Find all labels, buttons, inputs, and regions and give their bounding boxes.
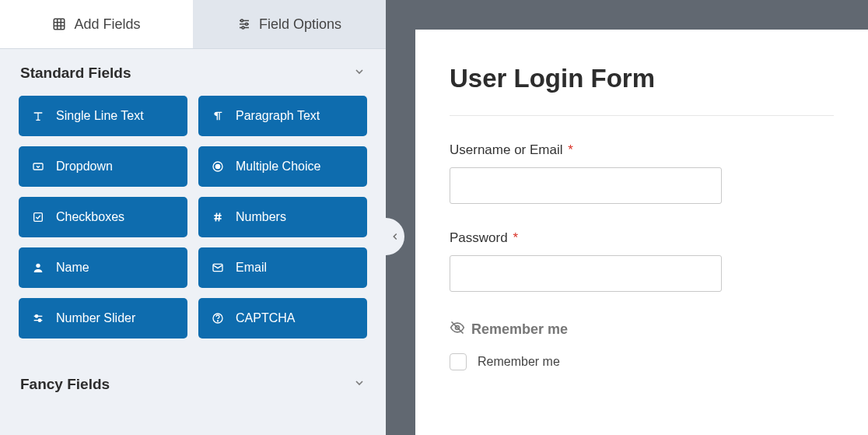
form-title: User Login Form <box>450 64 834 116</box>
field-label: Paragraph Text <box>236 109 320 123</box>
question-icon <box>211 311 225 325</box>
field-label: CAPTCHA <box>236 311 295 325</box>
tab-label: Field Options <box>259 16 341 33</box>
section-title: Standard Fields <box>20 65 131 82</box>
paragraph-icon <box>211 109 225 123</box>
panel-body[interactable]: Standard Fields Single Line Text Paragra… <box>0 49 386 435</box>
field-numbers[interactable]: Numbers <box>198 197 367 237</box>
username-input[interactable] <box>450 167 722 204</box>
standard-fields-grid: Single Line Text Paragraph Text Dropdown… <box>0 96 386 360</box>
field-label: Multiple Choice <box>236 160 320 174</box>
field-dropdown[interactable]: Dropdown <box>19 146 187 187</box>
svg-rect-0 <box>54 19 65 30</box>
field-checkboxes[interactable]: Checkboxes <box>19 197 187 237</box>
sidebar-panel: Add Fields Field Options Standard Fields… <box>0 0 386 435</box>
checkbox-input[interactable] <box>450 353 467 370</box>
tab-add-fields[interactable]: Add Fields <box>0 0 193 48</box>
required-asterisk: * <box>568 142 573 157</box>
svg-point-13 <box>215 164 219 168</box>
envelope-icon <box>211 261 225 275</box>
field-remember: Remember me Remember me <box>450 320 834 370</box>
field-username: Username or Email * <box>450 142 834 204</box>
svg-rect-11 <box>33 163 43 170</box>
field-captcha[interactable]: CAPTCHA <box>198 298 367 339</box>
section-header-fancy[interactable]: Fancy Fields <box>0 360 386 407</box>
field-label: Name <box>56 261 89 275</box>
field-email[interactable]: Email <box>198 247 367 288</box>
required-asterisk: * <box>513 230 518 245</box>
slider-icon <box>31 311 45 325</box>
svg-point-23 <box>35 315 37 317</box>
field-password: Password * <box>450 230 834 292</box>
field-label: Numbers <box>236 210 286 224</box>
eye-off-icon <box>450 320 465 339</box>
chevron-down-icon <box>353 65 366 82</box>
hash-icon <box>211 210 225 224</box>
tab-field-options[interactable]: Field Options <box>193 0 386 48</box>
remember-checkbox-row[interactable]: Remember me <box>450 353 834 370</box>
svg-point-9 <box>245 23 247 26</box>
form-canvas: User Login Form Username or Email * Pass… <box>386 0 868 435</box>
svg-line-17 <box>215 213 216 222</box>
form-preview: User Login Form Username or Email * Pass… <box>415 30 868 435</box>
field-single-line-text[interactable]: Single Line Text <box>19 96 187 136</box>
grid-icon <box>52 17 66 31</box>
field-paragraph-text[interactable]: Paragraph Text <box>198 96 367 136</box>
field-label: Number Slider <box>56 311 135 325</box>
svg-point-10 <box>242 26 244 29</box>
svg-rect-14 <box>34 213 43 222</box>
text-icon <box>31 109 45 123</box>
chevron-left-icon <box>390 231 401 242</box>
password-label: Password * <box>450 230 834 246</box>
checkbox-icon <box>31 210 45 224</box>
user-icon <box>31 261 45 275</box>
field-name[interactable]: Name <box>19 247 187 288</box>
radio-icon <box>211 160 225 174</box>
field-label: Dropdown <box>56 160 113 174</box>
remember-header: Remember me <box>450 320 834 339</box>
svg-line-18 <box>219 213 219 222</box>
field-number-slider[interactable]: Number Slider <box>19 298 187 339</box>
password-input[interactable] <box>450 255 722 292</box>
sidebar-tabs: Add Fields Field Options <box>0 0 386 49</box>
sliders-icon <box>237 17 251 31</box>
section-title: Fancy Fields <box>20 376 110 393</box>
svg-point-24 <box>38 319 40 321</box>
checkbox-label: Remember me <box>478 355 560 369</box>
field-label: Email <box>236 261 267 275</box>
svg-point-8 <box>240 19 243 22</box>
username-label: Username or Email * <box>450 142 834 158</box>
field-multiple-choice[interactable]: Multiple Choice <box>198 146 367 187</box>
section-header-standard[interactable]: Standard Fields <box>0 49 386 96</box>
chevron-down-icon <box>353 376 366 393</box>
dropdown-icon <box>31 160 45 174</box>
tab-label: Add Fields <box>74 16 140 33</box>
svg-point-26 <box>217 321 218 321</box>
field-label: Checkboxes <box>56 210 124 224</box>
svg-point-19 <box>36 264 40 268</box>
field-label: Single Line Text <box>56 109 144 123</box>
